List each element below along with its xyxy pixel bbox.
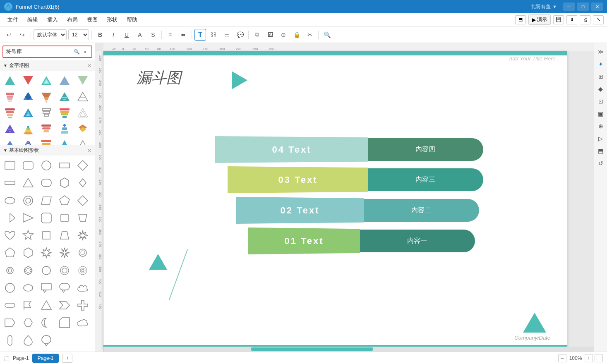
shape-crescent-1[interactable] [39,315,54,330]
shape-hexagon-2[interactable] [21,245,36,260]
shape-funnel-color-2[interactable] [75,122,90,136]
shape-triangle-stripes-1[interactable] [39,73,54,88]
shape-funnel-2[interactable] [39,89,54,104]
shape-rect-3[interactable] [57,211,72,225]
export-panel-button[interactable]: ⬒ [595,146,606,156]
shape-diamond-stack-1[interactable] [57,122,72,136]
menu-file[interactable]: 文件 [3,14,22,25]
shape-circle-1[interactable] [39,158,54,173]
shape-rainbow-pyramid-1[interactable] [57,105,72,120]
shape-badge-2[interactable] [21,280,36,295]
grid-panel-button[interactable]: ⊞ [595,71,606,82]
shape-triangle-1[interactable] [21,175,36,190]
shape-parallelogram-1[interactable] [39,193,54,208]
shape-pyramid-hollow-1[interactable] [75,138,90,145]
shape-flower-1[interactable] [21,263,36,278]
window-maximize[interactable]: □ [577,2,589,11]
zoom-out-button[interactable]: − [558,354,566,362]
window-minimize[interactable]: ─ [563,2,575,11]
funnel-row-3[interactable]: 03 Text 内容三 [228,166,483,193]
pyramid-close-icon[interactable]: ✕ [87,63,91,69]
page-tab-1[interactable]: Page-1 [32,354,59,363]
fit-button[interactable]: ⛶ [595,354,603,362]
shape-hexagon-3[interactable] [21,315,36,330]
menu-edit[interactable]: 编辑 [23,14,42,25]
shape-capsule-1[interactable] [2,298,17,313]
underline-button[interactable]: U [121,29,132,41]
share-btn[interactable]: ⤡ [593,15,604,24]
lock-tool[interactable]: 🔒 [291,29,302,41]
shape-triangle-2[interactable] [39,298,54,313]
shape-pentagon-1[interactable] [57,193,72,208]
image-tool[interactable]: 🖼 [264,29,276,41]
shape-star-6-1[interactable] [39,245,54,260]
menu-layout[interactable]: 布局 [63,14,82,25]
shape-trapezoid-1[interactable] [75,211,90,225]
zoom-in-button[interactable]: + [585,354,593,362]
shape-flag-1[interactable] [21,298,36,313]
shape-chevron-1[interactable] [57,298,72,313]
text-tool[interactable]: T [194,29,206,41]
shape-rect-2[interactable] [57,158,72,173]
callout-tool[interactable]: 💬 [234,29,246,41]
shape-callout-rect-1[interactable] [39,280,54,295]
shape-pyramid-color-2[interactable] [2,122,17,136]
present-button[interactable]: ▶ 演示 [528,14,551,25]
pyramid-section-header[interactable]: ▼ 金字塔图 ✕ [0,60,95,71]
delete-tool[interactable]: ✂ [304,29,316,41]
image-panel-button[interactable]: ▣ [595,108,606,119]
shape-spiky-1[interactable] [39,263,54,278]
shape-diamond-2[interactable] [75,193,90,208]
strikethrough-button[interactable]: S [147,29,159,41]
shape-triangle-up-1[interactable] [2,73,17,88]
shape-rings-1[interactable] [21,138,36,145]
action-panel-button[interactable]: ▷ [595,133,606,144]
shape-triangle-right-1[interactable] [2,211,17,225]
shape-capsule-tall-1[interactable] [2,333,17,348]
funnel-row-2[interactable]: 02 Text 内容二 [236,197,479,224]
scrollbar-thumb[interactable] [251,347,373,351]
shape-square-1[interactable] [39,228,54,243]
copy-format-tool[interactable]: ⧉ [251,29,263,41]
align-center-button[interactable]: ≡ [164,29,176,41]
shape-diamond-1[interactable] [75,158,90,173]
shape-pyramid-outline-2[interactable] [75,105,90,120]
shape-stacked-circles-1[interactable] [21,122,36,136]
italic-button[interactable]: I [108,29,119,41]
style-panel-button[interactable]: ✦ [595,59,606,69]
funnel-row-4[interactable]: 04 Text 内容四 [215,136,483,163]
shape-rect-cut-1[interactable] [39,211,54,225]
shape-balloon-1[interactable] [39,333,54,348]
shape-ring-1[interactable] [21,193,36,208]
shape-pyramid-large-1[interactable] [57,138,72,145]
shape-rect-thin[interactable] [2,175,17,190]
shape-pyramid-outline-1[interactable] [75,89,90,104]
shape-hexagon-1[interactable] [57,175,72,190]
shape-triangle-down-1[interactable] [21,73,36,88]
canvas-area[interactable]: -20 0 20 50 80 100 130 160 190 220 250 2… [95,43,594,352]
shape-teardrop-1[interactable] [21,333,36,348]
shape-diamond-thin-1[interactable] [75,175,90,190]
undo-button[interactable]: ↩ [3,29,15,41]
align-left-button[interactable]: ⬌ [178,29,189,41]
menu-help[interactable]: 帮助 [122,14,142,25]
shape-callout-round-1[interactable] [57,280,72,295]
menu-view[interactable]: 视图 [83,14,102,25]
shape-funnel-1[interactable] [2,89,17,104]
basic-close-icon[interactable]: ✕ [87,148,91,153]
shape-starburst-4-1[interactable] [57,245,72,260]
menu-insert[interactable]: 插入 [43,14,62,25]
font-family-select[interactable]: 默认字体 [34,29,67,40]
shape-pyramid-3d-1[interactable] [21,89,36,104]
pin-panel-button[interactable]: ⊡ [595,96,606,107]
import-btn[interactable]: ⬒ [515,15,526,24]
basic-shapes-section-header[interactable]: ▼ 基本绘图形状 ✕ [0,145,95,156]
shape-sunburst-1[interactable] [75,245,90,260]
search-tool[interactable]: 🔍 [321,29,333,41]
save-btn[interactable]: 💾 [553,15,564,24]
shape-cloud-2[interactable] [75,315,90,330]
shape-triangle-down-2[interactable] [75,73,90,88]
font-size-select[interactable]: 12 [68,29,89,40]
bold-button[interactable]: B [94,29,106,41]
shape-rect-cut-2[interactable] [57,315,72,330]
